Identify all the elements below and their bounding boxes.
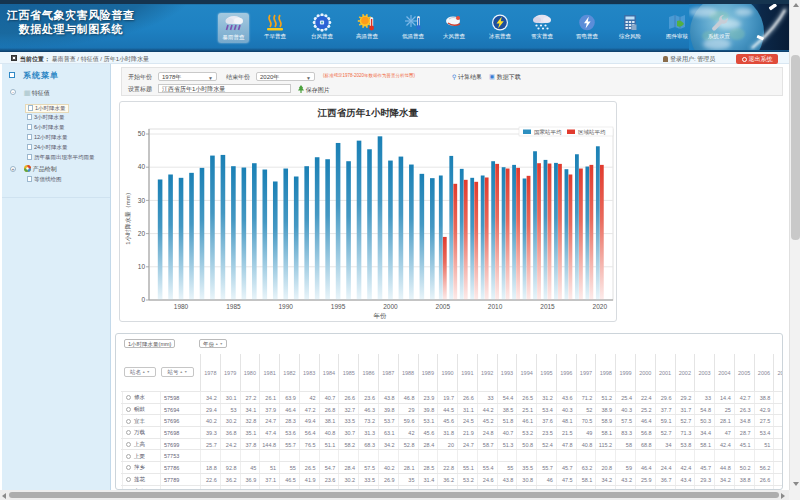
svg-text:0: 0	[141, 296, 145, 303]
svg-text:年份: 年份	[374, 312, 388, 320]
svg-text:20: 20	[138, 230, 146, 237]
svg-text:国家站平均: 国家站平均	[534, 129, 562, 136]
svg-text:40: 40	[138, 163, 146, 170]
svg-text:2020: 2020	[593, 303, 608, 310]
svg-text:2010: 2010	[488, 303, 503, 310]
svg-text:2000: 2000	[383, 303, 398, 310]
svg-text:区域站平均: 区域站平均	[578, 129, 606, 135]
svg-text:1小时降水量（mm）: 1小时降水量（mm）	[124, 189, 132, 244]
svg-text:1995: 1995	[331, 303, 346, 310]
svg-text:1980: 1980	[174, 303, 189, 310]
svg-text:10: 10	[138, 263, 146, 270]
svg-text:30: 30	[138, 197, 146, 204]
svg-text:1985: 1985	[226, 303, 241, 310]
svg-text:2015: 2015	[540, 303, 555, 310]
svg-text:2005: 2005	[436, 303, 451, 310]
svg-text:1990: 1990	[278, 303, 293, 310]
svg-text:50: 50	[138, 130, 146, 137]
